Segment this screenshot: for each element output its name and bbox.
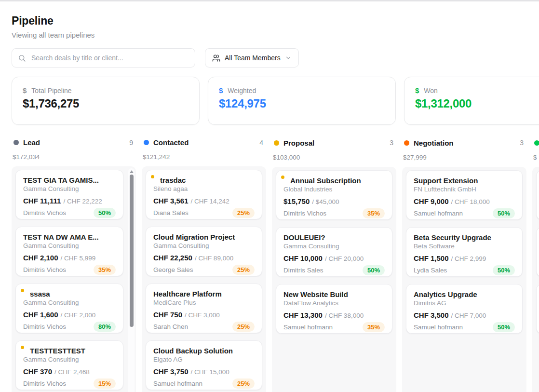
column-scrollbar[interactable]: [128, 168, 135, 392]
deal-card[interactable]: Beta Security Upgrade Beta Software CHF …: [406, 227, 523, 277]
deal-weighted-amount: CHF 1,500: [414, 254, 449, 262]
summary-row: $ Total Pipeline $1,736,275 $ Weighted $…: [12, 77, 539, 125]
users-icon: [212, 54, 220, 62]
deal-client: MediCare Plus: [153, 299, 255, 306]
deal-client: Elgato AG: [153, 356, 255, 363]
deal-probability-badge: 25%: [232, 378, 255, 389]
deal-total-amount: / CHF 2,000: [61, 311, 96, 319]
pipeline-page: Pipeline Viewing all team pipelines All …: [0, 14, 539, 392]
dollar-icon: $: [219, 86, 223, 95]
deal-total-amount: / CHF 38,000: [325, 312, 364, 319]
deal-owner: Lydia Sales: [414, 267, 447, 274]
deal-probability-badge: 25%: [232, 265, 255, 275]
deal-card[interactable]: TEST NA DW AMA E... Gamma Consulting CHF…: [15, 227, 123, 276]
stage-card-list: [532, 167, 539, 392]
deal-total-amount: / CHF 22,222: [63, 198, 102, 205]
deal-total-amount: / CHF 14,242: [191, 198, 229, 205]
deal-owner: Dimitris Vichos: [23, 323, 66, 330]
stage-dot-icon: [144, 140, 149, 145]
deal-owner: George Sales: [153, 266, 193, 273]
deal-client: Gamma Consulting: [23, 185, 116, 192]
stage-total: $27,999: [402, 154, 526, 162]
deal-card[interactable]: Support Extension FN Lufttechnik GmbH CH…: [406, 170, 523, 220]
stage-total: $: [532, 154, 539, 162]
stage-total: $121,242: [142, 153, 266, 161]
deal-card[interactable]: TESTTESTTEST Gamma Consulting CHF 370 / …: [15, 340, 123, 390]
deal-client: Dimitris AG: [414, 299, 515, 307]
page-title: Pipeline: [12, 14, 539, 27]
deal-weighted-amount: CHF 750: [153, 311, 182, 319]
stage-dot-icon: [274, 140, 279, 146]
deal-client: Gamma Consulting: [153, 242, 255, 249]
team-filter-button[interactable]: All Team Members: [205, 48, 299, 68]
deal-title: ssasa: [23, 290, 116, 298]
summary-value: $124,975: [219, 97, 385, 110]
scrollbar-thumb[interactable]: [130, 175, 134, 327]
deal-card[interactable]: TEST GIA TA GAMIS... Gamma Consulting CH…: [15, 170, 123, 219]
deal-probability-badge: 25%: [232, 208, 255, 218]
deal-weighted-amount: CHF 13,300: [283, 311, 323, 319]
deal-title: Healthcare Platform: [153, 290, 255, 298]
deal-title: Support Extension: [414, 176, 515, 185]
deal-card: [536, 170, 539, 220]
chevron-down-icon: [285, 54, 292, 61]
search-icon: [18, 54, 26, 62]
deal-title: DOULEUEI?: [283, 233, 385, 242]
deal-card[interactable]: Cloud Backup Solution Elgato AG CHF 3,75…: [146, 340, 262, 390]
stage-name: Negotiation: [414, 139, 454, 147]
deal-total-amount: / CHF 89,000: [195, 255, 233, 262]
deal-title: TESTTESTTEST: [23, 347, 116, 355]
deal-card[interactable]: Cloud Migration Project Gamma Consulting…: [146, 227, 262, 276]
scroll-up-arrow-icon[interactable]: [130, 170, 134, 173]
deal-card[interactable]: New Website Build DataFlow Analytics CHF…: [276, 284, 392, 334]
team-filter-label: All Team Members: [225, 54, 281, 62]
deal-owner: Samuel hofmann: [414, 324, 463, 331]
deal-card[interactable]: Healthcare Platform MediCare Plus CHF 75…: [146, 284, 262, 333]
deal-weighted-amount: CHF 2,100: [23, 254, 58, 262]
column-negotiation: Negotiation 3 $27,999 Support Extension …: [402, 138, 526, 392]
stage-total: $172,034: [12, 153, 136, 161]
top-divider: [0, 0, 539, 1]
summary-value: $1,736,275: [23, 97, 189, 110]
search-input[interactable]: [30, 54, 189, 62]
search-box[interactable]: [12, 48, 195, 68]
deal-owner: Samuel hofmann: [414, 210, 463, 217]
deal-total-amount: / CHF 3,000: [185, 311, 220, 319]
column-header: [532, 138, 539, 148]
deal-weighted-amount: CHF 370: [23, 367, 52, 376]
dollar-icon: $: [23, 86, 27, 95]
deal-probability-badge: 15%: [94, 378, 116, 389]
toolbar: All Team Members: [12, 48, 539, 68]
column-header: Lead 9: [12, 138, 136, 147]
deal-weighted-amount: CHF 1,600: [23, 311, 58, 319]
summary-label: Weighted: [228, 87, 256, 95]
column-header: Proposal 3: [272, 138, 396, 148]
deal-total-amount: / CHF 15,000: [191, 368, 229, 376]
dollar-icon: $: [415, 86, 419, 95]
summary-card: $ Won $1,312,000: [404, 77, 539, 125]
deal-probability-badge: 35%: [363, 322, 385, 332]
deal-owner: Dimitris Vichos: [23, 266, 66, 273]
deal-card[interactable]: ssasa Gamma Consulting CHF 1,600 / CHF 2…: [15, 284, 123, 333]
deal-flag-dot-icon: [21, 346, 24, 349]
stage-dot-icon: [13, 140, 19, 145]
column-header: Contacted 4: [142, 138, 266, 147]
deal-card[interactable]: Analytics Upgrade Dimitris AG CHF 3,500 …: [406, 284, 523, 334]
stage-count: 3: [390, 139, 393, 147]
deal-card: [536, 284, 539, 334]
summary-label: Total Pipeline: [31, 87, 71, 95]
deal-client: DataFlow Analytics: [283, 299, 385, 307]
deal-title: New Website Build: [283, 290, 385, 298]
deal-weighted-amount: CHF 9,000: [414, 197, 449, 205]
deal-probability-badge: 50%: [493, 208, 515, 218]
deal-owner: Dimitris Vichos: [23, 209, 66, 216]
stage-name: Lead: [23, 138, 40, 147]
deal-total-amount: / CHF 18,000: [451, 198, 490, 205]
stage-count: 4: [259, 139, 263, 147]
column-proposal: Proposal 3 $103,000 Annual Subscription …: [272, 138, 396, 392]
deal-card[interactable]: Annual Subscription Global Industries $1…: [276, 170, 392, 220]
deal-weighted-amount: CHF 3,561: [153, 197, 189, 205]
deal-card[interactable]: trasdac Sileno agaa CHF 3,561 / CHF 14,2…: [146, 170, 262, 219]
stage-name: Contacted: [153, 138, 189, 147]
deal-card[interactable]: DOULEUEI? Gamma Consulting CHF 10,000 / …: [276, 227, 392, 277]
